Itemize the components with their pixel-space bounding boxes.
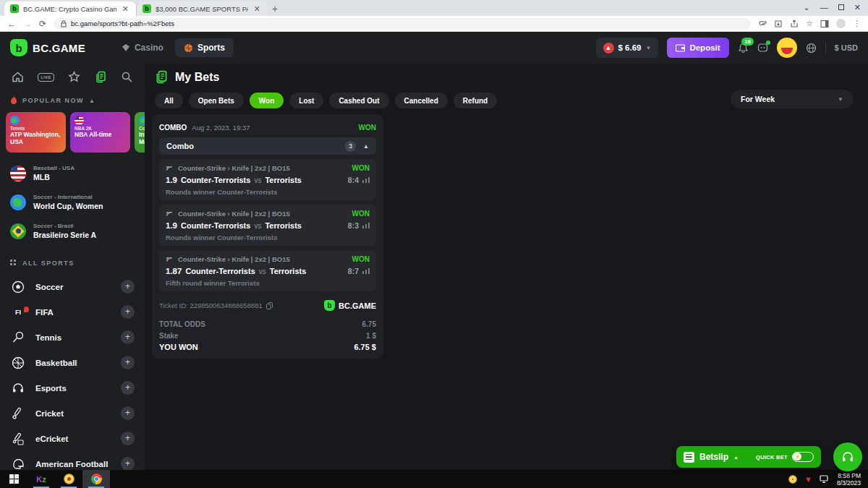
stats-bars-icon[interactable] — [362, 222, 370, 228]
deposit-button[interactable]: Deposit — [667, 38, 728, 58]
expand-tennis-button[interactable]: + — [121, 330, 135, 344]
live-icon[interactable]: LIVE — [38, 73, 54, 82]
password-key-icon[interactable] — [758, 20, 767, 28]
browser-menu-icon[interactable]: ⋮ — [853, 19, 861, 28]
filter-all[interactable]: All — [155, 93, 183, 108]
sidebar-sport-american-football[interactable]: American Football + — [0, 451, 145, 470]
language-globe-icon[interactable] — [806, 43, 817, 53]
sidebar-sport-ecricket[interactable]: eCricket + — [0, 426, 145, 451]
filter-refund[interactable]: Refund — [454, 93, 497, 108]
expand-fifa-button[interactable]: + — [121, 305, 135, 319]
popular-card-masters[interactable]: Count Intel E Maste — [135, 112, 145, 153]
new-tab-button[interactable]: + — [268, 1, 282, 16]
expand-ecricket-button[interactable]: + — [121, 432, 135, 445]
nav-casino[interactable]: Casino — [113, 38, 172, 57]
stake-row: Stake 1 $ — [159, 330, 376, 341]
network-display-icon[interactable] — [820, 475, 830, 484]
popular-item-mlb[interactable]: Baseball - USA MLB — [10, 165, 135, 181]
refresh-icon[interactable]: ⟳ — [39, 19, 46, 29]
tab-close-icon[interactable]: ✕ — [121, 4, 130, 14]
save-icon[interactable] — [774, 20, 783, 28]
back-icon[interactable]: ← — [7, 19, 16, 29]
popular-card-tennis[interactable]: Tennis ATP Washington, USA — [6, 112, 66, 153]
balance-selector[interactable]: ▲ $ 6.69 ▼ — [596, 38, 659, 58]
quick-bet-toggle[interactable]: ⚡ — [792, 452, 814, 462]
expand-cricket-button[interactable]: + — [121, 406, 135, 420]
betslip-bar[interactable]: Betslip ▲ QUICK BET ⚡ — [676, 446, 821, 468]
filter-won[interactable]: Won — [250, 93, 284, 108]
filter-lost[interactable]: Lost — [289, 93, 323, 108]
restore-icon[interactable] — [838, 4, 844, 10]
popular-item-brasileiro[interactable]: Soccer - Brazil Brasileiro Serie A — [10, 223, 135, 239]
total-odds-row: TOTAL ODDS 6.75 — [159, 318, 376, 330]
browser-profile-avatar[interactable] — [836, 19, 846, 28]
sidebar-sport-fifa[interactable]: FI FIFA + — [0, 299, 145, 325]
support-button[interactable] — [833, 442, 862, 471]
tray-red-arrow-icon[interactable]: ▼ — [804, 475, 812, 484]
taskbar-clock[interactable]: 8:58 PM 8/3/2023 — [837, 472, 861, 487]
filter-cashed-out[interactable]: Cashed Out — [329, 93, 388, 108]
expand-esports-button[interactable]: + — [121, 381, 135, 395]
you-won-row: YOU WON 6.75 $ — [159, 341, 376, 353]
url-text: bc.game/sports?bt-path=%2Fbets — [71, 20, 174, 27]
my-bets-icon[interactable] — [95, 71, 107, 83]
user-avatar[interactable] — [777, 38, 797, 58]
taskbar-app-coin[interactable] — [55, 470, 82, 488]
bcgame-logo-icon: b — [10, 39, 27, 56]
copy-icon[interactable] — [266, 302, 273, 309]
expand-basketball-button[interactable]: + — [121, 356, 135, 369]
minimize-icon[interactable]: — — [820, 3, 828, 12]
leg-status-badge: WON — [352, 164, 370, 172]
taskbar-app-kz[interactable]: Kz — [27, 470, 55, 488]
notification-count-badge: 18 — [741, 38, 753, 46]
expand-soccer-button[interactable]: + — [121, 280, 135, 294]
window-controls: ⌄ — ✕ — [804, 0, 865, 14]
period-dropdown[interactable]: For Week ▼ — [731, 90, 854, 108]
stats-bars-icon[interactable] — [362, 176, 370, 183]
bookmark-star-icon[interactable]: ☆ — [806, 19, 813, 28]
brazil-flag-icon — [10, 223, 26, 239]
popular-card-nba[interactable]: NBA 2K NBA All-time — [70, 112, 130, 153]
page-title-text: My Bets — [175, 71, 219, 84]
bcgame-logo[interactable]: b BC.GAME — [10, 39, 85, 56]
popular-now-label: POPULAR NOW — [22, 97, 84, 104]
filter-open-bets[interactable]: Open Bets — [189, 93, 244, 108]
address-bar[interactable]: bc.game/sports?bt-path=%2Fbets — [54, 18, 751, 30]
sidebar-sport-cricket[interactable]: Cricket + — [0, 401, 145, 426]
sidebar-sport-basketball[interactable]: Basketball + — [0, 350, 145, 375]
share-icon[interactable] — [790, 20, 799, 28]
nav-sports[interactable]: Sports — [175, 38, 234, 57]
bet-leg[interactable]: Counter-Strike › Knife | 2x2 | BO15 WON … — [159, 250, 376, 291]
close-icon[interactable]: ✕ — [854, 3, 861, 12]
currency-selector[interactable]: $ USD — [835, 43, 858, 52]
bet-leg[interactable]: Counter-Strike › Knife | 2x2 | BO15 WON … — [159, 205, 376, 246]
leg-score: 8:3 — [348, 221, 359, 230]
stats-bars-icon[interactable] — [362, 267, 370, 274]
chevron-down-icon[interactable]: ⌄ — [804, 3, 810, 12]
start-button[interactable] — [0, 470, 27, 488]
chat-button[interactable] — [757, 43, 768, 53]
home-icon[interactable] — [12, 71, 24, 83]
browser-tab-1[interactable]: b BC.GAME: Crypto Casino Games ✕ — [4, 1, 136, 16]
combo-toggle-row[interactable]: Combo 3 ▲ — [159, 137, 376, 155]
browser-tab-2[interactable]: b $3,000 BC.GAME SPORTS PARLA ✕ — [136, 1, 268, 16]
forward-icon[interactable]: → — [23, 19, 32, 29]
taskbar-app-chrome[interactable] — [82, 470, 110, 488]
search-icon[interactable] — [121, 71, 133, 83]
side-panel-icon[interactable] — [820, 20, 829, 28]
popular-item-worldcup[interactable]: Soccer - International World Cup, Women — [10, 194, 135, 210]
notifications-button[interactable]: 18 — [738, 43, 749, 53]
bet-leg[interactable]: Counter-Strike › Knife | 2x2 | BO15 WON … — [159, 159, 376, 200]
favorites-star-icon[interactable] — [68, 71, 80, 83]
expand-american-football-button[interactable]: + — [121, 457, 135, 470]
tray-coin-icon[interactable] — [788, 475, 797, 484]
tab-close-icon[interactable]: ✕ — [252, 4, 262, 14]
popular-now-header[interactable]: POPULAR NOW ▲ — [10, 96, 135, 105]
us-flag-icon — [10, 166, 26, 181]
filter-cancelled[interactable]: Cancelled — [395, 93, 448, 108]
sidebar-sport-tennis[interactable]: Tennis + — [0, 325, 145, 350]
american-football-icon — [10, 458, 26, 471]
total-odds-label: TOTAL ODDS — [159, 320, 205, 328]
sidebar-sport-esports[interactable]: Esports + — [0, 375, 145, 401]
sidebar-sport-soccer[interactable]: Soccer + — [0, 274, 145, 299]
